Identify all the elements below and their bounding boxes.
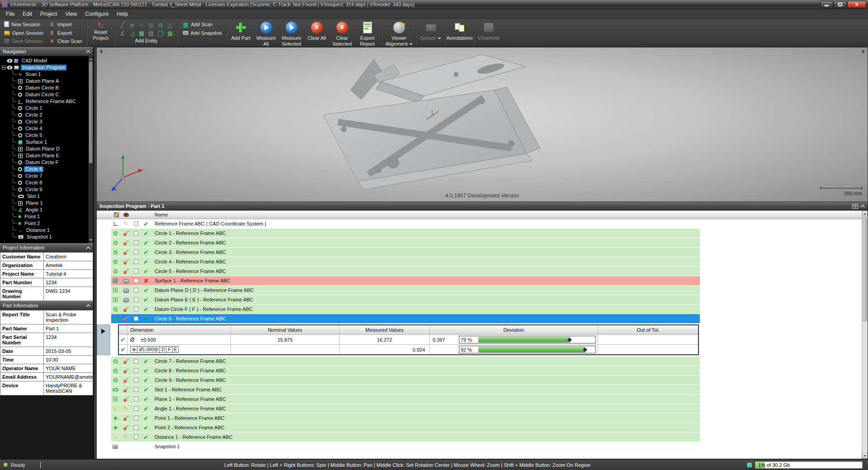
inspection-row-circle-1-reference-frame-abc[interactable]: ✔Circle 1 - Reference Frame ABC: [97, 229, 868, 238]
reset-project-button[interactable]: Reset Project: [89, 19, 113, 46]
close-button[interactable]: [847, 1, 866, 8]
menu-file[interactable]: File: [2, 9, 19, 19]
entity-tool-icon-6[interactable]: △: [165, 21, 175, 29]
detail-row-2[interactable]: ✔⊕Ø1.000ⓂDFE0.92492 %: [119, 344, 698, 354]
open-session-button[interactable]: Open Session: [2, 29, 46, 37]
measure-checkbox[interactable]: [134, 416, 138, 420]
visibility-eye-icon[interactable]: [7, 59, 13, 63]
viewport-3d[interactable]: 4.0.1657 Development Version 200 mm: [96, 47, 868, 202]
entity-tool-icon-10[interactable]: ▤: [146, 29, 156, 37]
export-report-button[interactable]: Export Report: [355, 19, 380, 46]
scroll-down-icon[interactable]: [862, 453, 868, 459]
clear-selected-button[interactable]: ✘Clear Selected: [330, 19, 355, 46]
menu-project[interactable]: Project: [36, 9, 61, 19]
measure-selected-button[interactable]: Measure Selected: [279, 19, 304, 46]
measure-checkbox[interactable]: [134, 307, 138, 311]
entity-tool-icon-3[interactable]: ○: [137, 21, 146, 29]
inspection-row-snapshot-1[interactable]: Snapshot 1: [97, 442, 868, 451]
scroll-down-icon[interactable]: [90, 239, 92, 241]
inspection-row-circle-3-reference-frame-abc[interactable]: ✔Circle 3 - Reference Frame ABC: [97, 248, 868, 257]
collapse-left-arrow-icon[interactable]: [99, 49, 102, 54]
inspection-row-distance-1-reference-frame-abc[interactable]: ↔✔Distance 1 - Reference Frame ABC: [97, 432, 868, 442]
dropdown-arrow-icon[interactable]: [438, 38, 441, 39]
tree-scrollbar[interactable]: [88, 56, 93, 243]
entity-tool-icon-5[interactable]: ⊙: [156, 21, 165, 29]
inspection-row-datum-plane-d-d-reference-frame-abc[interactable]: ✔Datum Plane D ( D ) - Reference Frame A…: [97, 286, 868, 295]
collapse-table-icon[interactable]: [860, 204, 865, 209]
measure-checkbox[interactable]: [134, 231, 138, 235]
entity-tool-icon-7[interactable]: ∠: [118, 29, 127, 37]
measure-checkbox[interactable]: [134, 221, 138, 226]
project-info-header[interactable]: Project Information: [0, 243, 93, 252]
measure-checkbox[interactable]: [134, 278, 138, 283]
scrollbar-thumb[interactable]: [863, 217, 867, 321]
scroll-up-icon[interactable]: [90, 58, 92, 60]
menu-help[interactable]: Help: [113, 9, 132, 19]
inspection-row-circle-8-reference-frame-abc[interactable]: ✔Circle 8 - Reference Frame ABC: [97, 366, 868, 376]
measure-checkbox[interactable]: [134, 425, 138, 430]
scroll-up-icon[interactable]: [862, 211, 868, 216]
measure-checkbox[interactable]: [134, 368, 138, 373]
entity-tool-icon-2[interactable]: ⌀: [127, 21, 137, 29]
menu-view[interactable]: View: [61, 9, 81, 19]
collapse-right-arrow-icon[interactable]: [862, 49, 865, 54]
measure-checkbox[interactable]: [134, 406, 138, 411]
inspection-row-circle-7-reference-frame-abc[interactable]: ✔Circle 7 - Reference Frame ABC: [97, 357, 868, 366]
measure-checkbox[interactable]: [134, 240, 138, 245]
inspection-row-circle-9-reference-frame-abc[interactable]: ✔Circle 9 - Reference Frame ABC: [97, 376, 868, 385]
dropdown-arrow-icon[interactable]: [409, 43, 413, 45]
inspection-row-circle-2-reference-frame-abc[interactable]: ✔Circle 2 - Reference Frame ABC: [97, 238, 868, 248]
viewer-alignment-button[interactable]: Viewer Alignment: [384, 19, 415, 46]
part-info-header[interactable]: Part Information: [0, 301, 93, 310]
inspection-row-circle-6-reference-frame-abc[interactable]: ✔Circle 6 - Reference Frame ABC: [97, 314, 868, 324]
measure-checkbox[interactable]: [134, 378, 138, 382]
inspection-row-angle-1-reference-frame-abc[interactable]: ∠✔Angle 1 - Reference Frame ABC: [97, 404, 868, 414]
measure-checkbox[interactable]: [134, 316, 138, 321]
new-session-button[interactable]: New Session: [2, 20, 46, 28]
table-view-icon[interactable]: [852, 204, 858, 209]
measure-checkbox[interactable]: [134, 288, 138, 292]
import-button[interactable]: Import: [47, 20, 84, 28]
inspection-row-circle-5-reference-frame-abc[interactable]: ✔Circle 5 - Reference Frame ABC: [97, 267, 868, 276]
inspection-row-point-2-reference-frame-abc[interactable]: ✔Point 2 - Reference Frame ABC: [97, 423, 868, 432]
measure-checkbox[interactable]: [134, 359, 138, 363]
measure-checkbox[interactable]: [134, 259, 138, 264]
entity-tool-icon-1[interactable]: ╱: [118, 21, 127, 29]
add-snapshot-button[interactable]: Add Snapshot: [180, 29, 224, 37]
inspection-row-slot-1-reference-frame-abc[interactable]: ✔Slot 1 - Reference Frame ABC: [97, 385, 868, 395]
measure-checkbox[interactable]: [134, 269, 138, 273]
inspection-row-circle-4-reference-frame-abc[interactable]: ✔Circle 4 - Reference Frame ABC: [97, 257, 868, 267]
entity-tool-icon-4[interactable]: ◎: [146, 21, 156, 29]
minimize-button[interactable]: [820, 1, 833, 8]
measure-checkbox[interactable]: [134, 397, 138, 401]
add-scan-button[interactable]: Add Scan: [180, 20, 224, 28]
tree-item-snapshot-1[interactable]: Snapshot 1: [1, 234, 88, 240]
clear-all-button[interactable]: ✘Clear All: [304, 19, 330, 46]
entity-tool-icon-8[interactable]: ◿: [127, 29, 137, 37]
inspection-row-plane-1-reference-frame-abc[interactable]: ✔Plane 1 - Reference Frame ABC: [97, 395, 868, 404]
inspection-row-surface-1-reference-frame-abc[interactable]: ✘Surface 1 - Reference Frame ABC: [97, 276, 868, 286]
annotations-button[interactable]: Annotations: [447, 19, 472, 46]
measure-checkbox[interactable]: [134, 435, 138, 439]
entity-tool-icon-9[interactable]: ▦: [137, 29, 146, 37]
navigation-header[interactable]: Navigation: [0, 47, 93, 56]
part-3d-model[interactable]: [97, 47, 868, 202]
measure-checkbox[interactable]: [134, 297, 138, 302]
inspection-scrollbar[interactable]: [862, 211, 868, 459]
collapse-expander-icon[interactable]: [2, 66, 6, 70]
entity-tool-icon-12[interactable]: ▩: [165, 29, 175, 37]
maximize-button[interactable]: [834, 1, 847, 8]
inspection-row-datum-circle-f-f-reference-frame-abc[interactable]: ✔Datum Circle F ( F ) - Reference Frame …: [97, 305, 868, 314]
inspection-row-datum-plane-e-e-reference-frame-abc[interactable]: ✔Datum Plane E ( E ) - Reference Frame A…: [97, 295, 868, 305]
measure-checkbox[interactable]: [134, 250, 138, 254]
entity-tool-icon-11[interactable]: ◯: [156, 29, 165, 37]
detail-row-1[interactable]: ✔Ø±0.50015.87516.2720.39779 %: [119, 334, 698, 344]
visibility-eye-icon[interactable]: [7, 66, 13, 70]
tree-item-cad-model[interactable]: CAD Model: [1, 57, 88, 64]
inspection-row-reference-frame-abc-cad-coordinate-system[interactable]: ✔Reference Frame ABC ( CAD Coordinate Sy…: [97, 219, 868, 229]
measure-checkbox[interactable]: [134, 387, 138, 392]
add-part-button[interactable]: Add Part: [228, 19, 254, 46]
scrollbar-thumb[interactable]: [89, 61, 93, 163]
measure-all-button[interactable]: Measure All: [254, 19, 279, 46]
export-button[interactable]: Export: [47, 29, 84, 37]
